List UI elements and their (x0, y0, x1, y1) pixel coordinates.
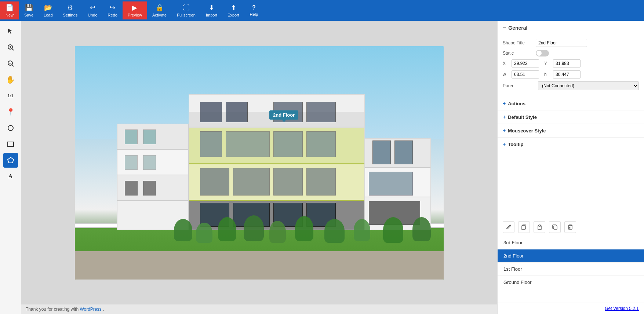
general-label: General (508, 25, 527, 31)
layer-3rd-floor-label: 3rd Floor (503, 240, 523, 245)
import-icon: ⬇ (209, 4, 214, 12)
wordpress-link[interactable]: WordPress (80, 307, 101, 312)
y-label: Y (544, 61, 551, 66)
road-background (75, 251, 444, 279)
static-row: Static (503, 50, 639, 56)
tool-pan[interactable]: ✋ (3, 72, 18, 87)
canvas-inner[interactable]: 2nd Floor (21, 21, 497, 304)
tooltip-expand-icon: + (503, 141, 506, 147)
fullscreen-label: Fullscreen (177, 13, 196, 17)
load-icon: 📂 (44, 4, 52, 12)
export-label: Export (228, 13, 239, 17)
panel-icon-bar (498, 218, 644, 236)
layer-3rd-floor[interactable]: 3rd Floor (498, 236, 644, 249)
redo-icon: ↪ (110, 4, 115, 12)
svg-line-6 (12, 65, 14, 67)
tool-circle[interactable] (3, 121, 18, 135)
toolbar-redo-button[interactable]: ↪ Redo (103, 1, 123, 19)
version-link[interactable]: Get Version 5.2.1 (498, 303, 644, 314)
right-panel: − General Shape Title Static X Y (497, 21, 644, 314)
new-label: New (6, 13, 14, 17)
actions-label: Actions (508, 101, 525, 106)
shape-title-row: Shape Title (503, 39, 639, 47)
mouseover-style-label: Mouseover Style (508, 128, 546, 134)
layer-list: 3rd Floor 2nd Floor 1st Floor Ground Flo… (498, 236, 644, 303)
tree-8 (354, 219, 370, 241)
edit-button[interactable] (503, 221, 514, 233)
layer-1st-floor[interactable]: 1st Floor (498, 263, 644, 276)
static-toggle[interactable] (536, 50, 549, 56)
tool-polygon[interactable] (3, 153, 18, 168)
svg-rect-12 (522, 226, 525, 230)
duplicate-button[interactable] (549, 221, 561, 233)
preview-icon: ▶ (132, 4, 137, 12)
activate-label: Activate (152, 13, 167, 17)
shape-title-input[interactable] (536, 39, 587, 47)
tree-7 (324, 219, 345, 243)
toolbar-import-button[interactable]: ⬇ Import (201, 1, 222, 19)
svg-rect-9 (8, 142, 14, 146)
default-style-section[interactable]: + Default Style (498, 110, 644, 124)
toolbar-help-button[interactable]: ? Help (244, 2, 263, 19)
tool-pin[interactable]: 📍 (3, 105, 18, 119)
settings-label: Settings (63, 13, 78, 17)
panel-general-content: Shape Title Static X Y w h (498, 35, 644, 97)
layer-ground-floor[interactable]: Ground Floor (498, 276, 644, 289)
w-input[interactable] (512, 70, 539, 78)
toolbar-undo-button[interactable]: ↩ Undo (83, 1, 102, 19)
layer-2nd-floor-label: 2nd Floor (503, 253, 524, 259)
building-image[interactable]: 2nd Floor (75, 46, 444, 280)
toolbar-load-button[interactable]: 📂 Load (39, 1, 58, 19)
building-left (117, 124, 189, 230)
tree-5 (269, 221, 286, 243)
tree-9 (383, 217, 403, 243)
x-input[interactable] (512, 59, 539, 67)
tool-reset-zoom[interactable]: 1:1 (3, 88, 18, 103)
tooltip-section-label: Tooltip (508, 142, 523, 147)
svg-marker-10 (8, 157, 14, 163)
tree-1 (174, 219, 192, 241)
toolbar: 📄 New 💾 Save 📂 Load ⚙ Settings ↩ Undo ↪ … (0, 0, 644, 21)
tool-select[interactable] (3, 24, 18, 39)
redo-label: Redo (108, 13, 117, 17)
load-label: Load (44, 13, 52, 17)
parent-row: Parent (Not Connected) (503, 81, 639, 90)
preview-label: Preview (128, 13, 142, 17)
y-input[interactable] (553, 59, 581, 67)
tree-3 (218, 217, 236, 241)
parent-select[interactable]: (Not Connected) (538, 81, 639, 90)
delete-button[interactable] (564, 221, 576, 233)
tool-zoom-in[interactable] (3, 40, 18, 55)
tree-2 (196, 223, 212, 243)
toolbar-settings-button[interactable]: ⚙ Settings (58, 1, 83, 19)
paste-button[interactable] (534, 221, 545, 233)
tooltip-section[interactable]: + Tooltip (498, 138, 644, 151)
general-section-header[interactable]: − General (498, 21, 644, 35)
map-tooltip[interactable]: 2nd Floor (269, 110, 298, 120)
actions-expand-icon: + (503, 101, 506, 106)
toolbar-activate-button[interactable]: 🔒 Activate (147, 1, 172, 19)
save-label: Save (24, 13, 33, 17)
footer-text: Thank you for creating with (26, 307, 80, 312)
tree-10 (412, 217, 431, 241)
tool-rectangle[interactable] (3, 137, 18, 151)
help-label: Help (250, 12, 258, 17)
toolbar-new-button[interactable]: 📄 New (0, 1, 19, 19)
tool-zoom-out[interactable] (3, 56, 18, 71)
h-input[interactable] (553, 70, 581, 78)
toolbar-export-button[interactable]: ⬆ Export (222, 1, 244, 19)
version-text[interactable]: Get Version 5.2.1 (605, 306, 639, 311)
toolbar-fullscreen-button[interactable]: ⛶ Fullscreen (172, 2, 201, 19)
toolbar-preview-button[interactable]: ▶ Preview (123, 1, 147, 19)
mouseover-style-section[interactable]: + Mouseover Style (498, 124, 644, 138)
undo-icon: ↩ (90, 4, 95, 12)
actions-section[interactable]: + Actions (498, 97, 644, 110)
w-label: w (503, 72, 509, 77)
toolbar-save-button[interactable]: 💾 Save (19, 1, 39, 19)
mouseover-style-expand-icon: + (503, 128, 506, 134)
import-label: Import (206, 13, 217, 17)
copy-style-button[interactable] (518, 221, 530, 233)
layer-2nd-floor[interactable]: 2nd Floor (498, 249, 644, 263)
tool-text[interactable]: A (3, 169, 18, 184)
left-sidebar: ✋ 1:1 📍 A (0, 21, 21, 314)
